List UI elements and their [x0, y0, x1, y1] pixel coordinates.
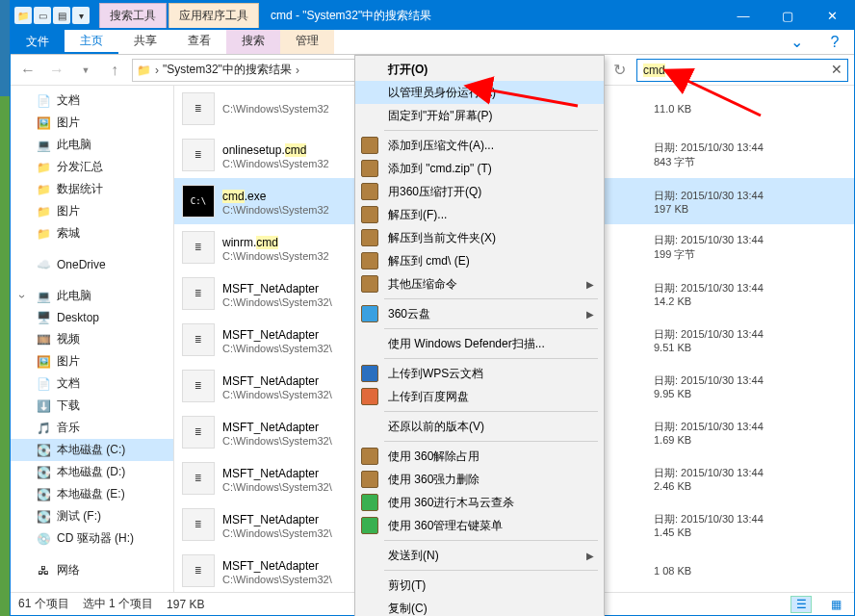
- refresh-button[interactable]: ↻: [608, 59, 631, 82]
- menu-item[interactable]: 使用 360管理右键菜单: [355, 514, 604, 537]
- nav-item[interactable]: 📁分发汇总: [11, 156, 173, 178]
- nav-item[interactable]: 📄文档: [11, 90, 173, 112]
- submenu-arrow-icon: ▶: [586, 309, 594, 320]
- menu-item[interactable]: 打开(O): [355, 58, 604, 81]
- nav-label: 此电脑: [57, 288, 91, 304]
- close-button[interactable]: ✕: [810, 1, 854, 30]
- ribbon-tab-share[interactable]: 共享: [118, 30, 172, 54]
- nav-label: 本地磁盘 (C:): [57, 442, 125, 458]
- icons-view-button[interactable]: ▦: [825, 596, 846, 613]
- menu-icon: [361, 577, 378, 594]
- ribbon-tab-manage[interactable]: 管理: [280, 30, 334, 54]
- details-view-button[interactable]: ☰: [790, 596, 812, 613]
- i-icon: 📁: [36, 226, 51, 242]
- qat[interactable]: 📁 ▭ ▤ ▾: [11, 5, 93, 26]
- menu-item[interactable]: 添加到 "cmd.zip" (T): [355, 157, 604, 180]
- menu-icon: [361, 183, 378, 200]
- nav-item[interactable]: 💽本地磁盘 (E:): [11, 483, 173, 505]
- menu-item[interactable]: 以管理员身份运行(A): [355, 81, 604, 104]
- forward-button[interactable]: →: [45, 59, 68, 82]
- nav-item[interactable]: 🖼️图片: [11, 350, 173, 372]
- up-button[interactable]: ↑: [103, 59, 126, 82]
- nav-item[interactable]: 📄文档: [11, 372, 173, 395]
- d-icon: 💽: [36, 465, 51, 480]
- ribbon-expand[interactable]: ⌄: [777, 30, 816, 54]
- menu-item[interactable]: 还原以前的版本(V): [355, 415, 604, 438]
- help-icon[interactable]: ?: [816, 30, 854, 54]
- menu-item[interactable]: 用360压缩打开(Q): [355, 180, 604, 203]
- menu-item[interactable]: 添加到压缩文件(A)...: [355, 134, 604, 157]
- nav-item[interactable]: 🎵音乐: [11, 417, 173, 439]
- nav-item[interactable]: 💽测试 (F:): [11, 505, 173, 527]
- file-icon: ≣: [182, 416, 215, 449]
- nav-pane[interactable]: 📄文档🖼️图片💻此电脑📁分发汇总📁数据统计📁图片📁索城☁️OneDrive💻此电…: [11, 86, 174, 592]
- ribbon-tab-view[interactable]: 查看: [172, 30, 226, 54]
- ribbon-tab-home[interactable]: 主页: [65, 30, 118, 54]
- i-icon: ⬇️: [36, 398, 51, 414]
- clear-search-icon[interactable]: ✕: [831, 62, 842, 77]
- recent-button[interactable]: ▼: [74, 59, 97, 82]
- file-size: 9.51 KB: [654, 342, 846, 353]
- nav-item[interactable]: 💻此电脑: [11, 134, 173, 156]
- menu-item[interactable]: 其他压缩命令▶: [355, 272, 604, 295]
- nav-item[interactable]: 💻此电脑: [11, 285, 173, 307]
- menu-icon: [361, 388, 378, 405]
- ribbon-tab-search[interactable]: 搜索: [226, 30, 280, 54]
- menu-label: 使用 360解除占用: [388, 449, 479, 465]
- menu-item[interactable]: 上传到百度网盘: [355, 385, 604, 408]
- qat-props-icon[interactable]: ▤: [53, 7, 70, 24]
- menu-item[interactable]: 剪切(T): [355, 574, 604, 597]
- nav-label: 分发汇总: [57, 159, 103, 175]
- nav-label: 图片: [57, 115, 80, 131]
- search-input[interactable]: cmd: [636, 59, 848, 82]
- menu-icon: [361, 275, 378, 293]
- back-button[interactable]: ←: [16, 59, 39, 82]
- nav-label: 文档: [57, 375, 80, 392]
- nav-item[interactable]: ☁️OneDrive: [11, 254, 173, 275]
- nav-item[interactable]: 📁图片: [11, 200, 173, 222]
- menu-icon: [361, 252, 378, 270]
- nav-item[interactable]: 🖥️Desktop: [11, 307, 173, 328]
- menu-icon: [361, 448, 378, 465]
- nav-item[interactable]: 🎞️视频: [11, 328, 173, 350]
- file-menu[interactable]: 文件: [11, 30, 65, 54]
- submenu-arrow-icon: ▶: [586, 279, 594, 290]
- nav-item[interactable]: 💽本地磁盘 (D:): [11, 461, 173, 483]
- menu-item[interactable]: 固定到"开始"屏幕(P): [355, 104, 604, 127]
- minimize-button[interactable]: —: [721, 1, 765, 30]
- maximize-button[interactable]: ▢: [765, 1, 810, 30]
- file-date: 日期: 2015/10/30 13:44: [654, 466, 846, 480]
- file-icon: ≣: [182, 323, 215, 356]
- menu-item[interactable]: 使用 360强力删除: [355, 468, 604, 491]
- menu-item[interactable]: 上传到WPS云文档: [355, 362, 604, 385]
- pc-icon: 💻: [36, 289, 51, 304]
- folder-icon[interactable]: 📁: [14, 7, 32, 24]
- nav-label: 图片: [57, 353, 80, 370]
- nav-item[interactable]: 📁数据统计: [11, 178, 173, 200]
- menu-item[interactable]: 使用 360进行木马云查杀: [355, 491, 604, 514]
- menu-item[interactable]: 解压到(F)...: [355, 203, 604, 226]
- file-name: onlinesetup.cmd: [222, 143, 306, 157]
- nav-item[interactable]: 💽本地磁盘 (C:): [11, 439, 173, 461]
- menu-label: 固定到"开始"屏幕(P): [388, 108, 493, 124]
- nav-item[interactable]: 🖼️图片: [11, 112, 173, 134]
- qat-more-icon[interactable]: ▾: [72, 7, 90, 24]
- nav-item[interactable]: 💿CD 驱动器 (H:): [11, 527, 173, 550]
- menu-item[interactable]: 解压到当前文件夹(X): [355, 226, 604, 249]
- menu-label: 其他压缩命令: [388, 276, 457, 293]
- menu-item[interactable]: 解压到 cmd\ (E): [355, 249, 604, 272]
- nav-item[interactable]: 📁索城: [11, 222, 173, 244]
- nav-item[interactable]: ⬇️下载: [11, 395, 173, 417]
- nav-item[interactable]: 🖧网络: [11, 559, 173, 581]
- menu-item[interactable]: 360云盘▶: [355, 302, 604, 325]
- nav-label: 本地磁盘 (D:): [57, 464, 125, 480]
- menu-item[interactable]: 使用 360解除占用: [355, 445, 604, 468]
- menu-item[interactable]: 发送到(N)▶: [355, 544, 604, 567]
- file-size: 199 字节: [654, 247, 846, 262]
- menu-item[interactable]: 使用 Windows Defender扫描...: [355, 332, 604, 355]
- i-icon: 🖼️: [36, 354, 51, 370]
- menu-item[interactable]: 复制(C): [355, 597, 604, 616]
- qat-select-icon[interactable]: ▭: [34, 7, 51, 24]
- breadcrumb-segment[interactable]: "System32"中的搜索结果: [163, 62, 292, 78]
- titlebar: 📁 ▭ ▤ ▾ 搜索工具 应用程序工具 cmd - "System32"中的搜索…: [11, 1, 854, 30]
